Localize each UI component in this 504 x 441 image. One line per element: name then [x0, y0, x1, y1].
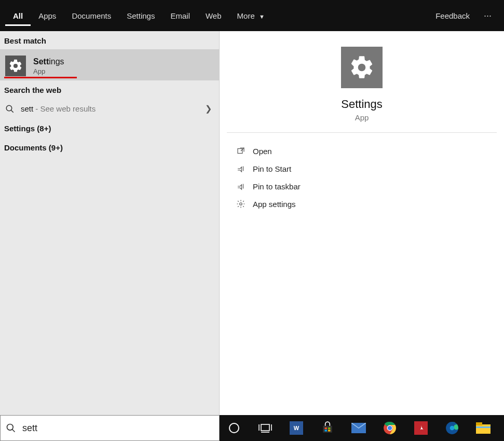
search-filter-tabs: All Apps Documents Settings Email Web Mo… [0, 0, 504, 31]
chrome-icon[interactable] [379, 418, 400, 438]
tab-more-label: More [237, 11, 255, 20]
taskbar: W [220, 415, 504, 441]
svg-rect-12 [328, 428, 330, 429]
svg-rect-23 [476, 426, 491, 428]
cortana-icon[interactable] [224, 418, 244, 438]
file-explorer-icon[interactable] [473, 418, 494, 438]
tab-settings[interactable]: Settings [119, 7, 162, 24]
options-menu-button[interactable]: ⋯ [478, 7, 499, 24]
chevron-down-icon: ▼ [259, 13, 265, 20]
svg-point-18 [388, 426, 392, 430]
action-pin-taskbar[interactable]: Pin to taskbar [227, 177, 497, 195]
svg-point-3 [240, 203, 242, 205]
svg-rect-7 [261, 424, 269, 431]
search-web-heading: Search the web [0, 80, 219, 99]
action-app-settings-label: App settings [253, 200, 296, 209]
tab-all[interactable]: All [5, 7, 31, 26]
action-open-label: Open [253, 147, 272, 156]
task-view-icon[interactable] [255, 418, 276, 438]
mail-icon[interactable] [348, 418, 369, 438]
acrobat-icon[interactable] [411, 418, 431, 438]
svg-rect-22 [476, 422, 482, 425]
pin-icon [234, 182, 248, 191]
gear-icon [341, 47, 383, 88]
svg-point-4 [7, 424, 13, 431]
svg-rect-14 [328, 430, 330, 431]
preview-subtitle: App [355, 113, 369, 122]
annotation-underline [4, 77, 77, 78]
tab-email[interactable]: Email [162, 7, 198, 24]
word-icon[interactable]: W [286, 418, 307, 438]
svg-point-6 [229, 423, 239, 433]
feedback-link[interactable]: Feedback [428, 7, 478, 24]
svg-rect-13 [325, 430, 327, 431]
store-icon[interactable] [317, 418, 338, 438]
tab-documents[interactable]: Documents [64, 7, 119, 24]
gear-icon [5, 56, 26, 76]
search-box[interactable] [0, 415, 220, 441]
best-match-title: Settings [33, 57, 64, 66]
web-result-text: sett - See web results [21, 104, 205, 113]
group-settings[interactable]: Settings (8+) [0, 119, 219, 138]
svg-rect-11 [325, 428, 327, 429]
tab-apps[interactable]: Apps [31, 7, 64, 24]
search-icon [6, 423, 16, 433]
gear-icon [234, 199, 248, 209]
edge-icon[interactable] [442, 418, 462, 438]
svg-point-20 [450, 426, 455, 431]
preview-title: Settings [341, 98, 383, 111]
action-pin-start-label: Pin to Start [253, 164, 291, 173]
tab-more[interactable]: More ▼ [229, 7, 273, 24]
search-icon [4, 104, 16, 114]
chevron-right-icon: ❯ [205, 104, 215, 114]
action-open[interactable]: Open [227, 142, 497, 160]
tab-web[interactable]: Web [198, 7, 229, 24]
best-match-result[interactable]: Settings App [0, 49, 219, 80]
svg-line-1 [11, 110, 13, 113]
svg-rect-21 [476, 424, 491, 434]
action-app-settings[interactable]: App settings [227, 195, 497, 213]
best-match-heading: Best match [0, 31, 219, 49]
open-icon [234, 146, 248, 156]
search-input[interactable] [22, 423, 214, 434]
svg-point-0 [6, 105, 12, 111]
action-pin-taskbar-label: Pin to taskbar [253, 182, 301, 191]
svg-rect-2 [238, 149, 242, 154]
group-documents[interactable]: Documents (9+) [0, 138, 219, 157]
svg-line-5 [12, 430, 15, 432]
preview-panel: Settings App Open Pin to Start Pin to [220, 31, 504, 415]
action-pin-start[interactable]: Pin to Start [227, 160, 497, 177]
results-panel: Best match Settings App Search the web s… [0, 31, 220, 415]
web-search-result[interactable]: sett - See web results ❯ [0, 99, 219, 119]
best-match-subtitle: App [33, 67, 64, 75]
pin-icon [234, 164, 248, 173]
